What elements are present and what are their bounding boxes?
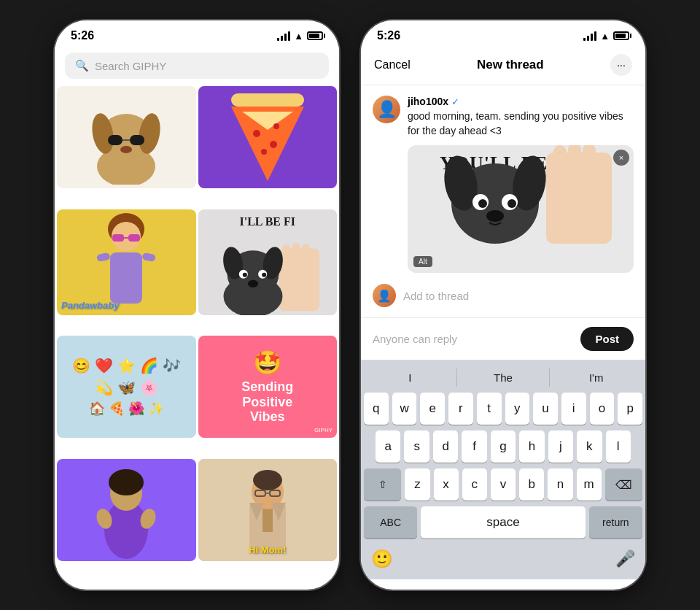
pizza-illustration xyxy=(231,93,304,181)
key-z[interactable]: z xyxy=(405,468,429,501)
svg-rect-17 xyxy=(112,234,124,242)
thread-screen: Cancel New thread ··· 👤 jiho100x ✓ good … xyxy=(361,47,645,579)
gif-pizza[interactable] xyxy=(198,86,338,188)
key-n[interactable]: n xyxy=(548,468,572,501)
gif-preview-content: YOU'LL BE FINE xyxy=(408,145,634,273)
key-j[interactable]: j xyxy=(548,431,573,463)
svg-point-11 xyxy=(253,130,260,137)
svg-rect-51 xyxy=(553,145,567,174)
signal-icon xyxy=(277,31,290,41)
key-f[interactable]: f xyxy=(462,431,486,463)
keyboard-row-3: ⇧ z x c v b n m ⌫ xyxy=(364,468,642,501)
post-body: jiho100x ✓ good morning, team. sending y… xyxy=(408,96,634,273)
key-i[interactable]: i xyxy=(561,393,586,425)
key-d[interactable]: d xyxy=(433,431,458,463)
post-row: 👤 jiho100x ✓ good morning, team. sending… xyxy=(373,96,634,273)
svg-rect-25 xyxy=(292,243,299,261)
search-icon: 🔍 xyxy=(75,59,89,72)
keyboard: I The I'm q w e r t y u i o p a s d xyxy=(361,360,645,579)
key-g[interactable]: g xyxy=(491,431,516,463)
key-x[interactable]: x xyxy=(434,468,459,501)
key-k[interactable]: k xyxy=(577,431,602,463)
key-r[interactable]: r xyxy=(448,393,473,425)
more-options-button[interactable]: ··· xyxy=(610,54,632,76)
svg-point-33 xyxy=(242,273,246,277)
key-e[interactable]: e xyxy=(420,393,445,425)
key-s[interactable]: s xyxy=(404,431,429,463)
return-key[interactable]: return xyxy=(589,506,642,538)
username-row: jiho100x ✓ xyxy=(408,96,634,107)
key-w[interactable]: w xyxy=(392,393,417,425)
gif-woman-clap[interactable] xyxy=(57,459,196,561)
svg-rect-21 xyxy=(96,252,110,262)
time-right: 5:26 xyxy=(377,29,400,42)
reply-placeholder[interactable]: Anyone can reply xyxy=(373,333,457,345)
gif-hi-mom[interactable]: Hi Mom! xyxy=(198,459,338,561)
time-left: 5:26 xyxy=(71,29,94,42)
key-b[interactable]: b xyxy=(519,468,544,501)
wifi-icon: ▲ xyxy=(294,31,303,42)
suggestion-the[interactable]: The xyxy=(457,368,551,387)
key-p[interactable]: p xyxy=(618,393,642,425)
reply-bar: Anyone can reply Post xyxy=(361,317,645,360)
svg-rect-22 xyxy=(142,252,156,262)
signal-icon-right xyxy=(583,31,596,41)
thread-header: Cancel New thread ··· xyxy=(361,47,645,85)
gif-puppy-fine[interactable]: I'LL BE FI xyxy=(198,209,338,315)
status-icons-right: ▲ xyxy=(583,31,629,42)
emoji-button[interactable]: 🙂 xyxy=(371,549,393,569)
delete-key[interactable]: ⌫ xyxy=(605,468,642,501)
verified-badge: ✓ xyxy=(451,96,459,107)
gif-girl-sunglasses[interactable]: Pandawbaby xyxy=(57,209,196,315)
keyboard-row-2: a s d f g h j k l xyxy=(364,431,642,463)
svg-point-34 xyxy=(262,273,266,277)
gif-dog-sunglasses[interactable] xyxy=(57,86,196,188)
gif-positive-vibes[interactable]: 🤩 Sending Positive Vibes GIPHY xyxy=(198,336,338,438)
gif-preview-dog xyxy=(408,145,634,247)
post-button[interactable]: Post xyxy=(580,327,634,351)
more-options-icon: ··· xyxy=(617,59,626,71)
key-a[interactable]: a xyxy=(376,431,400,463)
gif-fridge-magnets[interactable]: 😊 ❤️ ⭐ 🌈 🎶 💫 🦋 🌸 🏠 🍕 🌺 ✨ xyxy=(57,336,196,438)
dog-illustration xyxy=(82,90,170,185)
svg-rect-26 xyxy=(301,244,308,262)
suggestion-im[interactable]: I'm xyxy=(550,368,642,387)
right-phone: 5:26 ▲ Cancel New thread ··· 👤 xyxy=(361,20,645,590)
microphone-button[interactable]: 🎤 xyxy=(615,549,635,568)
svg-rect-8 xyxy=(231,93,304,107)
battery-icon xyxy=(307,31,323,40)
cancel-button[interactable]: Cancel xyxy=(374,58,411,72)
hi-mom-label: Hi Mom! xyxy=(249,544,286,555)
key-t[interactable]: t xyxy=(477,393,502,425)
left-phone: 5:26 ▲ 🔍 Search GIPHY xyxy=(55,20,339,590)
svg-point-44 xyxy=(253,470,282,490)
suggestion-i[interactable]: I xyxy=(364,368,457,387)
key-o[interactable]: o xyxy=(590,393,615,425)
abc-key[interactable]: ABC xyxy=(364,506,417,538)
small-avatar: 👤 xyxy=(373,284,396,307)
add-to-thread-label[interactable]: Add to thread xyxy=(403,290,469,302)
key-m[interactable]: m xyxy=(577,468,602,501)
space-key[interactable]: space xyxy=(421,506,585,538)
vibes-alien-emoji: 🤩 xyxy=(253,349,282,377)
keyboard-row-4: ABC space return xyxy=(364,506,642,538)
svg-point-61 xyxy=(486,210,504,222)
key-q[interactable]: q xyxy=(364,393,389,425)
battery-icon-right xyxy=(613,31,629,40)
key-l[interactable]: l xyxy=(606,431,631,463)
key-u[interactable]: u xyxy=(533,393,558,425)
search-input-container[interactable]: 🔍 Search GIPHY xyxy=(65,53,329,79)
key-y[interactable]: y xyxy=(505,393,530,425)
svg-point-14 xyxy=(273,123,279,129)
key-c[interactable]: c xyxy=(462,468,487,501)
girl-illustration xyxy=(90,211,163,313)
svg-point-59 xyxy=(478,199,487,208)
giphy-branding: GIPHY xyxy=(314,427,332,433)
shift-key[interactable]: ⇧ xyxy=(364,468,401,501)
svg-point-7 xyxy=(120,146,132,153)
key-v[interactable]: v xyxy=(491,468,516,501)
key-h[interactable]: h xyxy=(519,431,544,463)
add-to-thread-row[interactable]: 👤 Add to thread xyxy=(361,274,645,317)
giphy-search-bar[interactable]: 🔍 Search GIPHY xyxy=(55,47,339,86)
svg-rect-5 xyxy=(130,135,144,145)
